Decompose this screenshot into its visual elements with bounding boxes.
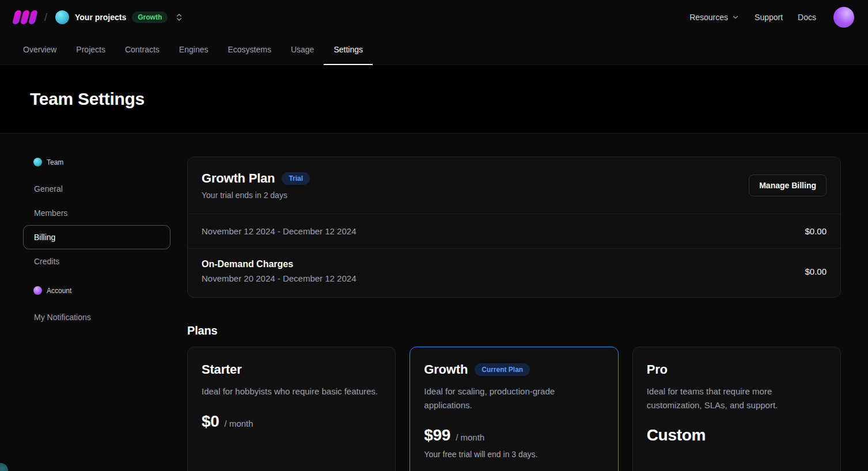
billing-amount: $0.00 xyxy=(805,226,827,236)
resources-menu[interactable]: Resources xyxy=(689,13,740,22)
on-demand-period: November 20 2024 - December 12 2024 xyxy=(202,274,357,283)
sidebar-item-members[interactable]: Members xyxy=(23,201,170,225)
page-title: Team Settings xyxy=(30,89,145,109)
starter-price: $0 xyxy=(202,412,219,431)
plan-card-starter: Starter Ideal for hobbyists who require … xyxy=(187,347,396,471)
team-avatar xyxy=(55,10,69,24)
thirdweb-logo-icon[interactable] xyxy=(14,10,36,25)
sidebar-item-general[interactable]: General xyxy=(23,177,170,201)
plans-heading: Plans xyxy=(187,324,841,337)
top-header: / Your projects Growth Resources Support… xyxy=(0,0,868,35)
current-plan-card: Growth Plan Trial Your trial ends in 2 d… xyxy=(187,157,841,298)
team-switcher[interactable]: Your projects Growth xyxy=(55,10,184,24)
main-nav-tabs: Overview Projects Contracts Engines Ecos… xyxy=(0,35,868,65)
pro-title: Pro xyxy=(647,362,668,377)
sidebar-item-billing[interactable]: Billing xyxy=(23,225,170,249)
sidebar-item-my-notifications[interactable]: My Notifications xyxy=(23,305,170,329)
tab-overview[interactable]: Overview xyxy=(13,35,66,65)
breadcrumb-separator: / xyxy=(44,12,47,24)
page-title-band: Team Settings xyxy=(0,65,868,134)
chevron-down-icon xyxy=(731,13,740,21)
on-demand-title: On-Demand Charges xyxy=(202,259,357,269)
account-section-label: Account xyxy=(47,287,71,295)
growth-price: $99 xyxy=(424,426,450,445)
growth-title: Growth xyxy=(424,362,468,377)
current-plan-badge: Current Plan xyxy=(475,363,530,376)
sidebar-section-account: Account xyxy=(23,286,170,295)
resources-label: Resources xyxy=(689,13,728,22)
starter-description: Ideal for hobbyists who require basic fe… xyxy=(202,385,381,398)
on-demand-charges-row: On-Demand Charges November 20 2024 - Dec… xyxy=(188,248,840,297)
logo-bar xyxy=(28,10,38,24)
starter-title: Starter xyxy=(202,362,242,377)
on-demand-amount: $0.00 xyxy=(805,267,827,276)
docs-link[interactable]: Docs xyxy=(798,13,816,22)
trial-badge: Trial xyxy=(282,172,310,185)
team-section-label: Team xyxy=(47,158,63,166)
tab-contracts[interactable]: Contracts xyxy=(115,35,169,65)
plan-title: Growth Plan xyxy=(202,171,275,186)
growth-price-period: / month xyxy=(456,432,484,442)
tab-ecosystems[interactable]: Ecosystems xyxy=(218,35,281,65)
tab-engines[interactable]: Engines xyxy=(169,35,218,65)
billing-period-row: November 12 2024 - December 12 2024 $0.0… xyxy=(188,214,840,248)
pro-price: Custom xyxy=(647,426,706,445)
billing-period: November 12 2024 - December 12 2024 xyxy=(202,226,357,236)
plan-grid: Starter Ideal for hobbyists who require … xyxy=(187,347,841,471)
sidebar-section-team: Team xyxy=(23,158,170,166)
chevrons-up-down-icon[interactable] xyxy=(175,13,184,22)
tab-projects[interactable]: Projects xyxy=(66,35,115,65)
settings-sidebar: Team General Members Billing Credits Acc… xyxy=(0,134,170,471)
plan-card-pro: Pro Ideal for teams that require more cu… xyxy=(632,347,841,471)
starter-price-period: / month xyxy=(225,419,253,428)
team-name: Your projects xyxy=(75,13,126,22)
tab-settings[interactable]: Settings xyxy=(324,35,373,65)
support-link[interactable]: Support xyxy=(755,13,783,22)
trial-ends-text: Your trial ends in 2 days xyxy=(202,191,310,200)
team-dot-avatar xyxy=(33,158,42,166)
growth-trial-note: Your free trial will end in 3 days. xyxy=(424,450,604,459)
plan-card-growth: Growth Current Plan Ideal for scaling, p… xyxy=(410,347,618,471)
billing-main: Growth Plan Trial Your trial ends in 2 d… xyxy=(170,134,868,471)
team-plan-badge: Growth xyxy=(132,12,168,23)
growth-description: Ideal for scaling, production-grade appl… xyxy=(424,385,604,412)
manage-billing-button[interactable]: Manage Billing xyxy=(749,174,827,196)
tab-usage[interactable]: Usage xyxy=(281,35,324,65)
sidebar-item-credits[interactable]: Credits xyxy=(23,249,170,274)
user-avatar[interactable] xyxy=(833,7,854,28)
account-dot-avatar xyxy=(33,286,42,295)
pro-description: Ideal for teams that require more custom… xyxy=(647,385,827,412)
